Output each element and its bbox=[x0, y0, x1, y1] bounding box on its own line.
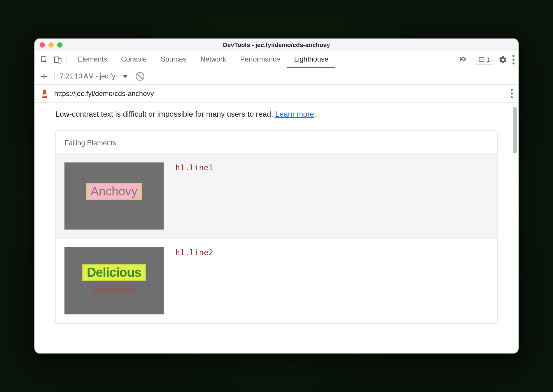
audit-description-text: Low-contrast text is difficult or imposs… bbox=[55, 110, 275, 118]
tab-lighthouse[interactable]: Lighthouse bbox=[287, 51, 335, 68]
scrollbar-thumb[interactable] bbox=[513, 107, 517, 153]
failing-element-row[interactable]: Anchovy h1.line1 bbox=[56, 154, 497, 239]
element-selector: h1.line1 bbox=[175, 162, 213, 172]
report-select-label: 7:21:10 AM - jec.fyi bbox=[60, 72, 117, 80]
report-menu-icon[interactable] bbox=[511, 89, 513, 98]
tab-sources[interactable]: Sources bbox=[154, 51, 193, 68]
inspect-element-icon[interactable] bbox=[38, 54, 50, 66]
audit-description: Low-contrast text is difficult or imposs… bbox=[55, 110, 498, 119]
svg-rect-3 bbox=[479, 57, 484, 61]
failing-element-row[interactable]: Delicious h1.line2 bbox=[56, 239, 497, 323]
clear-all-icon[interactable] bbox=[136, 72, 144, 81]
lighthouse-toolbar: 7:21:10 AM - jec.fyi bbox=[34, 68, 519, 85]
lighthouse-icon bbox=[40, 89, 49, 99]
tab-network[interactable]: Network bbox=[193, 51, 233, 68]
zoom-window-button[interactable] bbox=[57, 42, 62, 48]
traffic-lights bbox=[40, 42, 62, 48]
thumbnail-text: Delicious bbox=[82, 264, 146, 281]
report-url: https://jec.fyi/demo/cds-anchovy bbox=[54, 90, 154, 98]
thumbnail-text: Anchovy bbox=[86, 183, 142, 200]
report-url-row: https://jec.fyi/demo/cds-anchovy bbox=[34, 85, 519, 103]
device-toolbar-icon[interactable] bbox=[52, 54, 64, 66]
new-report-button[interactable] bbox=[39, 71, 49, 81]
tab-elements[interactable]: Elements bbox=[71, 51, 114, 68]
devtools-window: DevTools - jec.fyi/demo/cds-anchovy Elem… bbox=[34, 38, 519, 354]
minimize-window-button[interactable] bbox=[48, 42, 54, 48]
panel-tabbar: Elements Console Sources Network Perform… bbox=[34, 51, 519, 68]
report-content: Low-contrast text is difficult or imposs… bbox=[34, 103, 519, 354]
close-window-button[interactable] bbox=[40, 42, 45, 48]
element-selector: h1.line2 bbox=[175, 247, 213, 257]
titlebar: DevTools - jec.fyi/demo/cds-anchovy bbox=[34, 38, 519, 51]
settings-icon[interactable] bbox=[498, 55, 507, 64]
more-tabs-icon[interactable] bbox=[456, 55, 471, 64]
kebab-menu-icon[interactable] bbox=[512, 55, 514, 64]
element-thumbnail: Anchovy bbox=[64, 162, 164, 230]
report-select[interactable]: 7:21:10 AM - jec.fyi bbox=[60, 72, 128, 80]
svg-rect-2 bbox=[58, 58, 61, 63]
thumbnail-blur bbox=[92, 286, 136, 293]
failing-elements-card: Failing Elements Anchovy h1.line1 Delici… bbox=[55, 130, 498, 324]
panel-tabs: Elements Console Sources Network Perform… bbox=[71, 51, 454, 68]
element-thumbnail: Delicious bbox=[64, 247, 164, 314]
tab-performance[interactable]: Performance bbox=[233, 51, 287, 68]
divider bbox=[54, 72, 55, 81]
svg-rect-4 bbox=[43, 91, 46, 93]
issues-count: 1 bbox=[487, 56, 490, 64]
dropdown-caret-icon bbox=[122, 75, 128, 78]
tab-console[interactable]: Console bbox=[114, 51, 154, 68]
window-title: DevTools - jec.fyi/demo/cds-anchovy bbox=[34, 41, 519, 48]
failing-elements-heading: Failing Elements bbox=[56, 131, 497, 154]
issues-chip[interactable]: 1 bbox=[475, 55, 493, 65]
period: . bbox=[314, 110, 316, 118]
divider bbox=[66, 55, 67, 64]
learn-more-link[interactable]: Learn more bbox=[275, 110, 314, 118]
